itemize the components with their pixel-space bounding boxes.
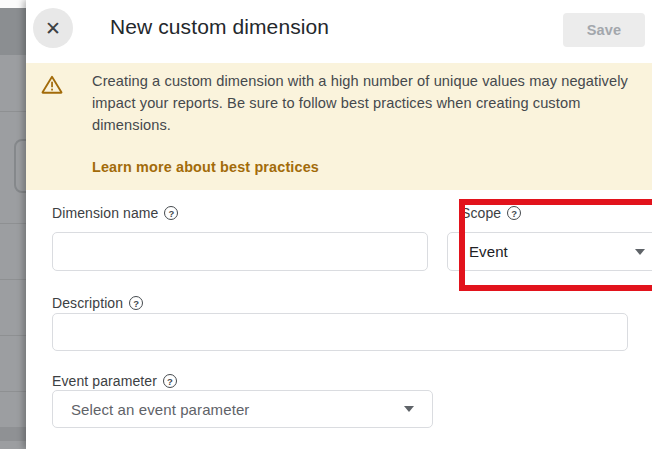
background-footer-band: [0, 427, 26, 441]
save-button[interactable]: Save: [563, 13, 645, 47]
screenshot-stage: ✕ New custom dimension Save Creating a c…: [0, 0, 652, 449]
dimmed-background-page: [0, 0, 26, 449]
help-icon[interactable]: ?: [164, 206, 178, 220]
warning-message-line: impact your reports. Be sure to follow b…: [92, 92, 602, 114]
dimension-name-label-text: Dimension name: [52, 205, 158, 221]
help-icon[interactable]: ?: [507, 206, 521, 220]
event-parameter-select[interactable]: Select an event parameter: [52, 390, 433, 428]
help-icon[interactable]: ?: [163, 374, 177, 388]
warning-message-line: dimensions.: [92, 114, 602, 136]
help-icon[interactable]: ?: [129, 296, 143, 310]
warning-triangle-icon: [41, 74, 63, 94]
description-input[interactable]: [52, 313, 628, 351]
background-row-divider: [0, 223, 26, 224]
event-parameter-label: Event parameter ?: [52, 373, 177, 389]
dimension-name-input[interactable]: [52, 232, 428, 271]
scope-label: Scope ?: [461, 205, 521, 221]
scope-selected-value: Event: [469, 243, 508, 260]
background-row-divider: [0, 279, 26, 280]
close-icon: ✕: [45, 19, 61, 38]
background-table-header: [0, 8, 26, 55]
background-row-divider: [0, 335, 26, 336]
background-row-divider: [0, 111, 26, 112]
warning-message: Creating a custom dimension with a high …: [92, 70, 602, 137]
new-custom-dimension-dialog: ✕ New custom dimension Save Creating a c…: [26, 0, 652, 449]
chevron-down-icon: [404, 406, 414, 412]
close-button[interactable]: ✕: [33, 8, 73, 48]
dimension-name-label: Dimension name ?: [52, 205, 178, 221]
description-label-text: Description: [52, 295, 123, 311]
scope-select[interactable]: Event: [447, 232, 652, 271]
learn-more-link[interactable]: Learn more about best practices: [92, 159, 319, 175]
scope-label-text: Scope: [461, 205, 501, 221]
background-row-divider: [0, 391, 26, 392]
event-parameter-placeholder: Select an event parameter: [71, 401, 249, 418]
page-title: New custom dimension: [110, 15, 329, 39]
background-page-top: [0, 0, 26, 8]
warning-banner: Creating a custom dimension with a high …: [26, 63, 652, 190]
chevron-down-icon: [635, 249, 645, 255]
warning-message-line: Creating a custom dimension with a high …: [92, 70, 602, 92]
description-label: Description ?: [52, 295, 143, 311]
event-parameter-label-text: Event parameter: [52, 373, 157, 389]
